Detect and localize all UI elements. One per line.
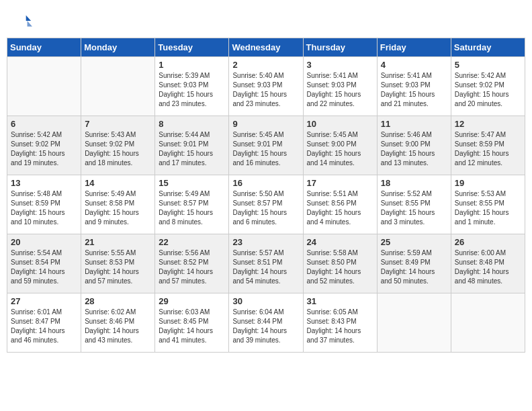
calendar-empty-cell: [81, 57, 155, 116]
day-info: Sunrise: 5:56 AMSunset: 8:52 PMDaylight:…: [159, 248, 225, 286]
calendar-body: 1Sunrise: 5:39 AMSunset: 9:03 PMDaylight…: [7, 57, 525, 353]
day-info: Sunrise: 5:46 AMSunset: 9:00 PMDaylight:…: [381, 130, 447, 168]
day-info: Sunrise: 5:41 AMSunset: 9:03 PMDaylight:…: [381, 71, 447, 109]
weekday-header-tuesday: Tuesday: [155, 38, 229, 57]
day-number: 28: [85, 296, 151, 306]
day-info: Sunrise: 5:41 AMSunset: 9:03 PMDaylight:…: [307, 71, 373, 109]
day-number: 13: [11, 178, 77, 188]
calendar-day-cell: 13Sunrise: 5:48 AMSunset: 8:59 PMDayligh…: [7, 175, 81, 234]
day-number: 2: [232, 60, 299, 70]
calendar-empty-cell: [451, 293, 525, 353]
day-number: 4: [381, 60, 447, 70]
svg-marker-0: [26, 15, 31, 21]
day-info: Sunrise: 5:48 AMSunset: 8:59 PMDaylight:…: [11, 189, 77, 227]
calendar-day-cell: 20Sunrise: 5:54 AMSunset: 8:54 PMDayligh…: [7, 234, 81, 293]
day-number: 30: [232, 296, 299, 306]
weekday-header-sunday: Sunday: [7, 38, 81, 57]
day-number: 12: [455, 119, 521, 129]
day-number: 18: [381, 178, 447, 188]
calendar-week-row: 20Sunrise: 5:54 AMSunset: 8:54 PMDayligh…: [7, 234, 525, 293]
calendar-day-cell: 28Sunrise: 6:02 AMSunset: 8:46 PMDayligh…: [81, 293, 155, 353]
day-number: 3: [307, 60, 373, 70]
weekday-header-row: SundayMondayTuesdayWednesdayThursdayFrid…: [7, 38, 525, 57]
day-info: Sunrise: 5:47 AMSunset: 8:59 PMDaylight:…: [455, 130, 521, 168]
svg-marker-1: [28, 21, 32, 26]
calendar-day-cell: 5Sunrise: 5:42 AMSunset: 9:02 PMDaylight…: [451, 57, 525, 116]
day-number: 20: [11, 237, 77, 247]
day-number: 10: [307, 119, 373, 129]
logo: [13, 12, 34, 31]
calendar-day-cell: 1Sunrise: 5:39 AMSunset: 9:03 PMDaylight…: [155, 57, 229, 116]
calendar-empty-cell: [377, 293, 451, 353]
day-number: 14: [85, 178, 151, 188]
day-info: Sunrise: 6:04 AMSunset: 8:44 PMDaylight:…: [232, 308, 299, 345]
calendar-day-cell: 8Sunrise: 5:44 AMSunset: 9:01 PMDaylight…: [155, 116, 229, 175]
calendar-day-cell: 16Sunrise: 5:50 AMSunset: 8:57 PMDayligh…: [229, 175, 303, 234]
day-info: Sunrise: 5:57 AMSunset: 8:51 PMDaylight:…: [232, 248, 299, 286]
day-info: Sunrise: 5:58 AMSunset: 8:50 PMDaylight:…: [307, 248, 373, 286]
calendar-day-cell: 31Sunrise: 6:05 AMSunset: 8:43 PMDayligh…: [303, 293, 377, 353]
calendar-day-cell: 21Sunrise: 5:55 AMSunset: 8:53 PMDayligh…: [81, 234, 155, 293]
calendar-week-row: 13Sunrise: 5:48 AMSunset: 8:59 PMDayligh…: [7, 175, 525, 234]
calendar-day-cell: 14Sunrise: 5:49 AMSunset: 8:58 PMDayligh…: [81, 175, 155, 234]
day-info: Sunrise: 5:44 AMSunset: 9:01 PMDaylight:…: [159, 130, 225, 168]
calendar-week-row: 27Sunrise: 6:01 AMSunset: 8:47 PMDayligh…: [7, 293, 525, 353]
day-number: 24: [307, 237, 373, 247]
weekday-header-wednesday: Wednesday: [229, 38, 303, 57]
day-number: 15: [159, 178, 225, 188]
day-number: 19: [455, 178, 521, 188]
day-info: Sunrise: 5:51 AMSunset: 8:56 PMDaylight:…: [307, 189, 373, 227]
day-number: 25: [381, 237, 447, 247]
day-number: 11: [381, 119, 447, 129]
calendar-day-cell: 15Sunrise: 5:49 AMSunset: 8:57 PMDayligh…: [155, 175, 229, 234]
calendar-day-cell: 3Sunrise: 5:41 AMSunset: 9:03 PMDaylight…: [303, 57, 377, 116]
day-number: 29: [159, 296, 225, 306]
day-number: 16: [232, 178, 299, 188]
day-info: Sunrise: 5:49 AMSunset: 8:57 PMDaylight:…: [159, 189, 225, 227]
day-number: 27: [11, 296, 77, 306]
day-info: Sunrise: 6:01 AMSunset: 8:47 PMDaylight:…: [11, 308, 77, 345]
day-number: 26: [455, 237, 521, 247]
calendar-day-cell: 29Sunrise: 6:03 AMSunset: 8:45 PMDayligh…: [155, 293, 229, 353]
day-number: 17: [307, 178, 373, 188]
day-number: 9: [232, 119, 299, 129]
calendar-day-cell: 24Sunrise: 5:58 AMSunset: 8:50 PMDayligh…: [303, 234, 377, 293]
day-info: Sunrise: 6:00 AMSunset: 8:48 PMDaylight:…: [455, 248, 521, 286]
calendar-day-cell: 9Sunrise: 5:45 AMSunset: 9:01 PMDaylight…: [229, 116, 303, 175]
day-info: Sunrise: 5:45 AMSunset: 9:01 PMDaylight:…: [232, 130, 299, 168]
day-number: 1: [159, 60, 225, 70]
day-info: Sunrise: 6:03 AMSunset: 8:45 PMDaylight:…: [159, 308, 225, 345]
day-info: Sunrise: 5:52 AMSunset: 8:55 PMDaylight:…: [381, 189, 447, 227]
day-number: 7: [85, 119, 151, 129]
calendar-day-cell: 2Sunrise: 5:40 AMSunset: 9:03 PMDaylight…: [229, 57, 303, 116]
day-info: Sunrise: 5:45 AMSunset: 9:00 PMDaylight:…: [307, 130, 373, 168]
calendar-week-row: 6Sunrise: 5:42 AMSunset: 9:02 PMDaylight…: [7, 116, 525, 175]
day-number: 5: [455, 60, 521, 70]
day-info: Sunrise: 5:39 AMSunset: 9:03 PMDaylight:…: [159, 71, 225, 109]
calendar-day-cell: 30Sunrise: 6:04 AMSunset: 8:44 PMDayligh…: [229, 293, 303, 353]
calendar-day-cell: 23Sunrise: 5:57 AMSunset: 8:51 PMDayligh…: [229, 234, 303, 293]
calendar-empty-cell: [7, 57, 81, 116]
day-info: Sunrise: 5:40 AMSunset: 9:03 PMDaylight:…: [232, 71, 299, 109]
day-number: 8: [159, 119, 225, 129]
calendar-day-cell: 22Sunrise: 5:56 AMSunset: 8:52 PMDayligh…: [155, 234, 229, 293]
calendar-day-cell: 12Sunrise: 5:47 AMSunset: 8:59 PMDayligh…: [451, 116, 525, 175]
weekday-header-friday: Friday: [377, 38, 451, 57]
day-info: Sunrise: 5:42 AMSunset: 9:02 PMDaylight:…: [11, 130, 77, 168]
day-info: Sunrise: 6:02 AMSunset: 8:46 PMDaylight:…: [85, 308, 151, 345]
calendar-day-cell: 25Sunrise: 5:59 AMSunset: 8:49 PMDayligh…: [377, 234, 451, 293]
logo-icon: [13, 12, 32, 31]
weekday-header-saturday: Saturday: [451, 38, 525, 57]
day-info: Sunrise: 5:54 AMSunset: 8:54 PMDaylight:…: [11, 248, 77, 286]
calendar-table: SundayMondayTuesdayWednesdayThursdayFrid…: [7, 38, 525, 353]
calendar-day-cell: 17Sunrise: 5:51 AMSunset: 8:56 PMDayligh…: [303, 175, 377, 234]
day-info: Sunrise: 5:43 AMSunset: 9:02 PMDaylight:…: [85, 130, 151, 168]
day-number: 31: [307, 296, 373, 306]
calendar-day-cell: 10Sunrise: 5:45 AMSunset: 9:00 PMDayligh…: [303, 116, 377, 175]
day-number: 22: [159, 237, 225, 247]
calendar-day-cell: 4Sunrise: 5:41 AMSunset: 9:03 PMDaylight…: [377, 57, 451, 116]
day-info: Sunrise: 6:05 AMSunset: 8:43 PMDaylight:…: [307, 308, 373, 345]
calendar-day-cell: 27Sunrise: 6:01 AMSunset: 8:47 PMDayligh…: [7, 293, 81, 353]
calendar-day-cell: 18Sunrise: 5:52 AMSunset: 8:55 PMDayligh…: [377, 175, 451, 234]
day-number: 21: [85, 237, 151, 247]
